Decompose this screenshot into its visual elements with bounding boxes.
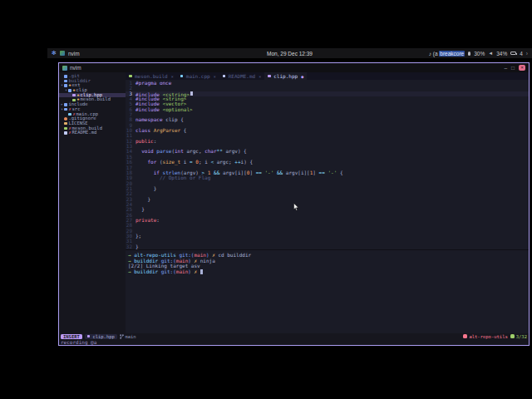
folder-icon bbox=[64, 103, 67, 106]
branch-icon bbox=[120, 334, 124, 339]
code-token: ] bbox=[313, 170, 318, 175]
code-token: } bbox=[135, 206, 145, 212]
code-text: namespace clip { bbox=[135, 117, 184, 122]
microphone-icon[interactable] bbox=[468, 52, 470, 56]
md-file-icon bbox=[223, 75, 226, 78]
terminal-token: cd builddir bbox=[218, 252, 251, 258]
battery-level: 4 bbox=[520, 51, 523, 57]
code-token: : bbox=[154, 138, 157, 144]
panel-chevron-icon[interactable]: › bbox=[526, 51, 528, 57]
code-token: #pragma once bbox=[135, 80, 171, 86]
terminal-token: ) bbox=[188, 268, 194, 274]
hpp-file-icon bbox=[87, 335, 90, 337]
terminal-cursor bbox=[200, 269, 203, 274]
code-token: { bbox=[180, 127, 186, 133]
terminal-token: git:( bbox=[161, 268, 176, 274]
code-token: ] bbox=[249, 170, 255, 175]
tab-README.md[interactable]: README.md× bbox=[219, 72, 265, 80]
folder-icon bbox=[64, 75, 67, 78]
window-titlebar[interactable]: nvim – □ × bbox=[59, 63, 529, 72]
modified-dot-icon[interactable]: ● bbox=[301, 74, 303, 79]
nvim-icon bbox=[62, 66, 67, 71]
tab-main.cpp[interactable]: main.cpp× bbox=[177, 72, 219, 80]
tab-close-icon[interactable]: × bbox=[214, 74, 216, 79]
meson-file-icon bbox=[129, 75, 132, 78]
code-token: ArgParser bbox=[154, 127, 181, 133]
tree-item-README.md[interactable]: ✗README.md bbox=[59, 131, 126, 135]
terminal-line-4: → builddir git:(main) ✗ bbox=[128, 269, 529, 275]
tab-clip.hpp[interactable]: clip.hpp● bbox=[264, 72, 307, 80]
code-token: '-' bbox=[328, 170, 337, 175]
code-token: argc; bbox=[214, 159, 234, 165]
code-token: <optional> bbox=[163, 106, 193, 112]
hpp-icon bbox=[72, 94, 76, 97]
code-token: void bbox=[141, 148, 153, 154]
top-panel: ✻ nvim Mon, 29 Dec 12:39 ♪ (a breakcore … bbox=[47, 48, 532, 58]
code-text: } bbox=[135, 207, 145, 212]
minimize-button[interactable]: – bbox=[504, 65, 507, 71]
tab-close-icon[interactable]: × bbox=[171, 74, 174, 79]
position-icon bbox=[510, 334, 515, 338]
code-token: ; i bbox=[199, 159, 210, 165]
tab-close-icon[interactable]: × bbox=[259, 74, 261, 79]
code-token: i bbox=[180, 159, 190, 165]
code-token: ( bbox=[156, 159, 162, 165]
cpp-file-icon bbox=[180, 75, 184, 78]
code-token: // Option or Flag bbox=[160, 175, 210, 180]
code-text: void parse(int argc, char** argv) { bbox=[135, 149, 247, 154]
code-text: private: bbox=[135, 218, 160, 223]
mic-level: 30% bbox=[474, 51, 485, 57]
code-token: } bbox=[135, 244, 139, 249]
hpp-file-icon bbox=[268, 75, 271, 78]
media-highlight: breakcore bbox=[439, 51, 465, 57]
code-text: } bbox=[135, 186, 156, 191]
code-token: } bbox=[135, 196, 150, 202]
speaker-icon[interactable]: ◄ bbox=[488, 51, 493, 56]
cursor-position: 3/32 bbox=[510, 334, 527, 339]
tab-label: README.md bbox=[229, 73, 256, 79]
desktop: ✻ nvim Mon, 29 Dec 12:39 ♪ (a breakcore … bbox=[0, 0, 532, 399]
terminal-split[interactable]: → alt-repo-utils git:(main) ✗ cd builddi… bbox=[126, 249, 529, 333]
tab-meson.build[interactable]: meson.build× bbox=[126, 72, 177, 80]
code-text: } bbox=[135, 197, 150, 202]
file-tree[interactable]: .gitbuilddir▾✱ext▾✱clip✱clip.hpp✱meson.b… bbox=[59, 72, 126, 333]
statusline-file-label: clip.hpp bbox=[92, 334, 115, 339]
code-text: #pragma once bbox=[135, 81, 171, 86]
code-token: '-' bbox=[265, 170, 274, 175]
git-branch: main bbox=[120, 334, 136, 339]
code-token: == bbox=[256, 170, 262, 175]
battery-icon[interactable] bbox=[510, 52, 516, 55]
close-button[interactable]: × bbox=[519, 65, 525, 71]
terminal-token: builddir bbox=[134, 268, 161, 274]
md-icon bbox=[64, 131, 67, 135]
git-status-icon: ✗ bbox=[69, 107, 71, 112]
maximize-button[interactable]: □ bbox=[511, 65, 515, 71]
code-text: class ArgParser { bbox=[135, 128, 186, 133]
branch-label: main bbox=[125, 334, 135, 339]
code-token: argv[i][ bbox=[219, 170, 247, 175]
media-title[interactable]: ♪ (a breakcore bbox=[429, 51, 466, 57]
code-token: clip { bbox=[163, 116, 184, 122]
media-prefix: ♪ (a bbox=[429, 51, 440, 57]
code-token: } bbox=[135, 185, 156, 191]
code-token: == bbox=[319, 170, 325, 175]
code-editor[interactable]: 1#pragma once23#include <cstring>4#inclu… bbox=[126, 80, 529, 249]
code-token: #include bbox=[135, 106, 163, 112]
project-badge: alt-repo-utils bbox=[463, 334, 507, 339]
terminal-token: ninja bbox=[200, 258, 215, 264]
terminal-token: main bbox=[176, 268, 188, 274]
code-token: parse bbox=[156, 148, 171, 154]
folder-icon bbox=[68, 89, 71, 92]
code-token: : bbox=[156, 217, 160, 223]
window-title: nvim bbox=[70, 65, 81, 71]
tab-label: meson.build bbox=[135, 73, 168, 79]
code-token: argc, bbox=[184, 148, 204, 154]
file-icon bbox=[64, 122, 67, 126]
code-token: namespace bbox=[135, 116, 163, 122]
editor-cursor bbox=[190, 91, 193, 96]
editor-column: meson.build×main.cpp×README.md×clip.hpp●… bbox=[126, 72, 529, 333]
code-token: public bbox=[135, 138, 154, 144]
command-line[interactable]: recording @a bbox=[59, 339, 529, 345]
code-token: class bbox=[135, 127, 150, 133]
code-token: { bbox=[337, 170, 342, 175]
